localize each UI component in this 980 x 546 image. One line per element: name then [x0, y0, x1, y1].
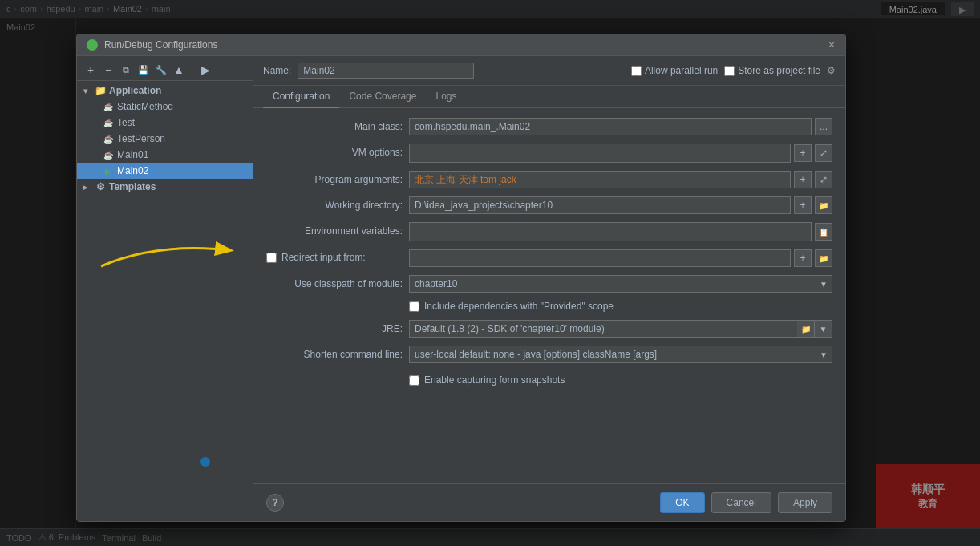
main-class-input[interactable]: [409, 118, 812, 135]
redirect-checkbox[interactable]: [266, 253, 277, 263]
vm-options-input[interactable]: [409, 144, 791, 163]
redirect-input[interactable]: [409, 249, 791, 267]
dependencies-label: Include dependencies with "Provided" sco…: [424, 301, 614, 312]
jre-control: Default (1.8 (2) - SDK of 'chapter10' mo…: [409, 320, 832, 338]
dialog-title-left: Run/Debug Configurations: [87, 39, 217, 51]
working-dir-input[interactable]: [409, 196, 791, 214]
name-label: Name:: [263, 65, 291, 76]
sidebar-toolbar: + − ⧉ 💾 🔧 ▲ | ▶: [77, 59, 253, 81]
env-vars-row: Environment variables: 📋: [266, 222, 832, 241]
classpath-select[interactable]: chapter10: [409, 275, 832, 293]
redirect-label: Redirect input from:: [266, 249, 403, 263]
vm-expand-button[interactable]: ⤢: [815, 144, 832, 162]
capture-snapshots-label: Enable capturing form snapshots: [424, 374, 565, 386]
jre-browse-button[interactable]: 📁: [797, 320, 815, 338]
java-file-icon-3: ☕: [103, 133, 114, 144]
prog-plus-button[interactable]: +: [794, 171, 812, 188]
settings-gear-icon[interactable]: ⚙: [827, 65, 836, 76]
java-file-icon-2: ☕: [103, 117, 114, 128]
cancel-button[interactable]: Cancel: [711, 492, 771, 513]
dialog-title-text: Run/Debug Configurations: [104, 39, 217, 51]
shorten-control: user-local default: none - java [options…: [409, 346, 832, 363]
expand-arrow-button[interactable]: ▶: [198, 63, 213, 77]
redirect-row: Redirect input from: + 📁: [266, 249, 832, 267]
main02-label: Main02: [117, 165, 148, 176]
capture-snapshots-row: Enable capturing form snapshots: [409, 374, 832, 386]
tab-configuration[interactable]: Configuration: [263, 86, 339, 108]
application-folder-icon: 📁: [95, 85, 106, 96]
env-vars-control: 📋: [409, 222, 832, 241]
jre-dropdown-button[interactable]: ▼: [815, 320, 832, 338]
vm-plus-button[interactable]: +: [794, 144, 812, 162]
expand-arrow-templates-icon: ▸: [83, 183, 91, 192]
apply-button[interactable]: Apply: [778, 492, 832, 513]
config-tab-bar: Configuration Code Coverage Logs: [253, 86, 845, 108]
ok-button[interactable]: OK: [660, 492, 704, 513]
redirect-plus-button[interactable]: +: [794, 249, 812, 267]
classpath-label: Use classpath of module:: [266, 275, 403, 289]
main-class-label: Main class:: [266, 118, 403, 132]
dialog-content: Name: Allow parallel run Store as projec…: [253, 56, 845, 521]
sidebar-item-templates[interactable]: ▸ ⚙ Templates: [77, 179, 253, 195]
vm-options-row: VM options: + ⤢: [266, 144, 832, 163]
save-config-button[interactable]: 💾: [136, 63, 151, 77]
tab-logs[interactable]: Logs: [426, 86, 466, 108]
redirect-browse-button[interactable]: 📁: [815, 249, 832, 267]
redirect-text: Redirect input from:: [281, 252, 366, 263]
sidebar-item-application[interactable]: ▾ 📁 Application: [77, 83, 253, 99]
prog-expand-button[interactable]: ⤢: [815, 171, 832, 188]
classpath-control: chapter10: [409, 275, 832, 293]
sidebar-item-test[interactable]: ☕ Test: [77, 115, 253, 131]
sidebar-item-staticmethod[interactable]: ☕ StaticMethod: [77, 99, 253, 115]
jre-select[interactable]: Default (1.8 (2) - SDK of 'chapter10' mo…: [409, 320, 797, 338]
working-dir-label: Working directory:: [266, 196, 403, 211]
env-browse-button[interactable]: 📋: [815, 223, 832, 241]
wd-plus-button[interactable]: +: [794, 196, 812, 214]
run-config-icon: ▶: [103, 165, 114, 176]
dependencies-checkbox[interactable]: [409, 301, 419, 312]
program-args-control: + ⤢: [409, 171, 832, 188]
tab-code-coverage[interactable]: Code Coverage: [339, 86, 426, 108]
vm-options-label: VM options:: [266, 144, 403, 158]
templates-label: Templates: [109, 181, 156, 192]
env-vars-input[interactable]: [409, 222, 812, 241]
sidebar-item-testperson[interactable]: ☕ TestPerson: [77, 131, 253, 147]
wrench-button[interactable]: 🔧: [154, 63, 168, 77]
sidebar-item-main01[interactable]: ☕ Main01: [77, 147, 253, 163]
java-file-icon-4: ☕: [103, 149, 114, 160]
form-area: Main class: ... VM options: + ⤢: [253, 108, 845, 483]
shorten-label: Shorten command line:: [266, 346, 403, 360]
name-input[interactable]: [298, 63, 474, 79]
remove-config-button[interactable]: −: [101, 63, 115, 77]
allow-parallel-label: Allow parallel run: [631, 65, 718, 76]
main-class-browse-button[interactable]: ...: [815, 118, 832, 135]
add-config-button[interactable]: +: [83, 63, 98, 77]
program-args-label: Program arguments:: [266, 171, 403, 185]
sidebar-item-main02[interactable]: ▶ Main02: [77, 163, 253, 179]
main01-label: Main01: [117, 149, 148, 160]
program-args-row: Program arguments: + ⤢: [266, 171, 832, 188]
close-icon[interactable]: ✕: [828, 39, 836, 51]
templates-icon: ⚙: [95, 181, 106, 192]
staticmethod-label: StaticMethod: [117, 101, 173, 112]
dialog-footer: ? OK Cancel Apply: [253, 483, 845, 521]
shorten-row: Shorten command line: user-local default…: [266, 346, 832, 363]
move-up-button[interactable]: ▲: [172, 63, 186, 77]
wd-browse-button[interactable]: 📁: [815, 196, 832, 214]
dialog-sidebar: + − ⧉ 💾 🔧 ▲ | ▶ ▾ 📁 Application ☕: [77, 56, 253, 521]
help-button[interactable]: ?: [266, 494, 284, 512]
jre-label: JRE:: [266, 320, 403, 334]
java-file-icon: ☕: [103, 101, 114, 112]
test-label: Test: [117, 117, 135, 128]
dialog-body: + − ⧉ 💾 🔧 ▲ | ▶ ▾ 📁 Application ☕: [77, 56, 845, 521]
dialog-title-bar: Run/Debug Configurations ✕: [77, 34, 845, 56]
copy-config-button[interactable]: ⧉: [119, 63, 133, 77]
store-project-checkbox[interactable]: [724, 66, 735, 76]
main-class-control: ...: [409, 118, 832, 135]
shorten-select[interactable]: user-local default: none - java [options…: [409, 346, 832, 363]
jre-row: JRE: Default (1.8 (2) - SDK of 'chapter1…: [266, 320, 832, 338]
working-dir-row: Working directory: + 📁: [266, 196, 832, 214]
allow-parallel-checkbox[interactable]: [631, 66, 642, 76]
program-args-input[interactable]: [409, 171, 791, 188]
capture-snapshots-checkbox[interactable]: [409, 375, 419, 386]
